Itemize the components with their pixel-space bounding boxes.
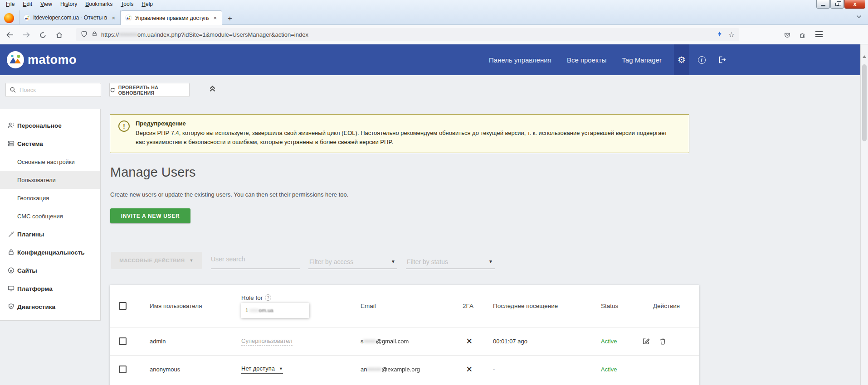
caret-down-icon: ▼ — [488, 259, 493, 264]
browser-navbar: https://•••••••••om.ua/index.php?idSite=… — [0, 25, 868, 44]
row-checkbox[interactable] — [119, 337, 127, 345]
select-all-checkbox[interactable] — [119, 302, 127, 310]
menu-hamburger-icon[interactable] — [815, 31, 823, 37]
sidebar-item-general-settings[interactable]: Основные настройки — [0, 153, 100, 171]
tracking-shield-icon[interactable] — [81, 30, 88, 39]
pocket-icon[interactable] — [783, 30, 792, 39]
list-all-tabs-icon[interactable] — [856, 15, 862, 19]
col-role: Role for ? 1 ••••• om.ua — [233, 285, 351, 327]
sidebar-search[interactable] — [5, 83, 101, 97]
restore-icon — [835, 3, 839, 6]
menu-tools[interactable]: Tools — [117, 0, 137, 8]
filter-by-access-select[interactable]: Filter by access ▼ — [308, 252, 397, 269]
back-icon[interactable] — [5, 30, 15, 39]
system-icon — [7, 140, 17, 147]
matomo-brand: matomo — [28, 53, 77, 67]
window-controls: x — [816, 0, 865, 9]
close-button[interactable]: x — [844, 0, 865, 9]
nav-all-projects[interactable]: Все проекты — [567, 56, 607, 64]
bulk-actions-button[interactable]: МАССОВЫЕ ДЕЙСТВИЯ ▼ — [111, 252, 202, 269]
check-updates-button[interactable]: ПРОВЕРИТЬ НА ОБНОВЛЕНИЯ — [109, 83, 190, 97]
menu-file[interactable]: File — [2, 0, 19, 8]
col-2fa: 2FA — [454, 285, 484, 327]
scroll-up-icon[interactable] — [863, 55, 866, 58]
collapse-chevrons-icon[interactable] — [208, 85, 217, 94]
matomo-logo — [6, 51, 24, 69]
sidebar-item-platform[interactable]: Платформа — [0, 279, 100, 298]
admin-sidebar: Персональное Система Основные настройки … — [0, 109, 101, 321]
logout-button[interactable] — [714, 44, 729, 75]
sidebar-item-diagnostics[interactable]: Диагностика — [0, 298, 100, 316]
firefox-app-icon[interactable] — [4, 13, 14, 23]
minimize-button[interactable] — [816, 0, 830, 9]
sidebar-item-geolocation[interactable]: Геолокация — [0, 189, 100, 207]
search-input[interactable] — [20, 87, 88, 93]
row-checkbox[interactable] — [119, 366, 127, 373]
user-search-field[interactable] — [211, 252, 300, 269]
col-username: Имя пользователя — [141, 285, 233, 327]
role-select[interactable]: Нет доступа ▼ — [241, 365, 283, 374]
edit-user-icon[interactable] — [642, 337, 650, 345]
menu-history[interactable]: History — [56, 0, 81, 8]
sidebar-item-plugins[interactable]: Плагины — [0, 225, 100, 243]
new-tab-button[interactable]: + — [222, 14, 237, 25]
matomo-header: matomo Панель управления Все проекты Tag… — [0, 44, 860, 75]
help-icon[interactable]: ? — [265, 294, 271, 301]
sidebar-item-personal[interactable]: Персональное — [0, 116, 100, 135]
browser-chrome: File Edit View History Bookmarks Tools H… — [0, 0, 868, 25]
reload-icon[interactable] — [38, 30, 47, 39]
tab-title: Управление правами доступа — [135, 15, 209, 21]
tab-reports[interactable]: itdeveloper.com.ua - Отчеты ве × — [19, 10, 121, 25]
tab-users-manager[interactable]: Управление правами доступа × — [121, 10, 222, 25]
last-seen-cell: - — [484, 356, 592, 383]
sidebar-item-users[interactable]: Пользователи — [0, 171, 100, 189]
caret-down-icon: ▼ — [391, 259, 395, 264]
invite-new-user-button[interactable]: INVITE A NEW USER — [110, 208, 190, 223]
delete-user-icon[interactable] — [659, 337, 666, 345]
sidebar-item-websites[interactable]: Сайты — [0, 261, 100, 279]
matomo-favicon — [24, 14, 30, 21]
col-email: Email — [351, 285, 454, 327]
user-icon — [7, 122, 17, 129]
menu-edit[interactable]: Edit — [19, 0, 36, 8]
admin-gear-button[interactable]: ⚙ — [674, 44, 689, 75]
url-bar[interactable]: https://•••••••••om.ua/index.php?idSite=… — [76, 28, 739, 41]
role-readonly: Суперпользовател — [241, 337, 293, 346]
forward-icon[interactable] — [22, 30, 31, 39]
role-site-selector[interactable]: 1 ••••• om.ua — [241, 303, 309, 318]
sidebar-item-privacy[interactable]: Конфиденциальность — [0, 243, 100, 261]
filter-by-status-select[interactable]: Filter by status ▼ — [406, 252, 495, 269]
diagnostics-shield-icon — [7, 303, 17, 310]
nav-tag-manager[interactable]: Tag Manager — [622, 56, 662, 64]
gear-icon: ⚙ — [678, 55, 686, 64]
nav-dashboard[interactable]: Панель управления — [489, 56, 551, 64]
page-description: Create new users or update the existing … — [110, 191, 348, 198]
tab-close-icon[interactable]: × — [212, 14, 218, 21]
col-last-seen: Последнее посещение — [484, 285, 592, 327]
url-text: https://•••••••••om.ua/index.php?idSite=… — [101, 31, 717, 38]
caret-down-icon: ▼ — [189, 258, 193, 263]
bookmark-star-icon[interactable]: ☆ — [728, 30, 735, 39]
site-redacted-segment: ••••• — [250, 308, 259, 313]
caret-down-icon: ▼ — [279, 366, 283, 371]
sign-out-icon — [717, 56, 726, 64]
page-scrollbar[interactable] — [860, 44, 868, 385]
help-info-button[interactable]: i — [694, 44, 709, 75]
page-title: Manage Users — [110, 165, 196, 180]
restore-button[interactable] — [830, 0, 844, 9]
tab-close-icon[interactable]: × — [111, 14, 116, 21]
menu-bookmarks[interactable]: Bookmarks — [81, 0, 117, 8]
menu-help[interactable]: Help — [137, 0, 157, 8]
lightning-icon[interactable] — [717, 30, 722, 39]
user-search-input[interactable] — [211, 252, 300, 263]
minimize-icon — [821, 5, 825, 6]
lock-icon[interactable] — [92, 30, 98, 39]
email-redacted-segment: •••••• — [364, 338, 376, 345]
home-icon[interactable] — [54, 30, 63, 39]
sidebar-item-sms[interactable]: СМС сообщения — [0, 207, 100, 225]
extensions-puzzle-icon[interactable] — [798, 30, 807, 39]
scrollbar-thumb[interactable] — [862, 64, 867, 141]
menu-view[interactable]: View — [36, 0, 56, 8]
sidebar-item-system[interactable]: Система — [0, 135, 100, 153]
close-icon: x — [853, 1, 857, 7]
